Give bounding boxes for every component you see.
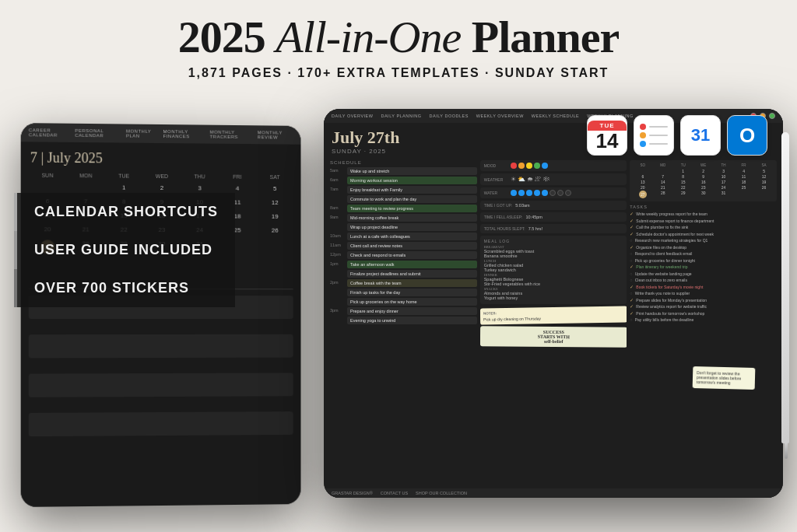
water-drop-1[interactable] [511,190,517,196]
schedule-item-15: 3pm Prepare and enjoy dinner [330,307,477,315]
schedule-label: SCHEDULE [330,160,477,165]
task-item-6: ○ Respond to client feedback email [630,251,777,257]
reminder-dot-blue [640,141,646,147]
left-nav-monthly[interactable]: MONTHLY PLAN [126,129,157,138]
mood-dot-2[interactable] [518,163,525,169]
task-text-14: Review analytics report for website traf… [636,304,707,310]
sleep-total-label: TOTAL HOURS SLEPT: [484,226,525,231]
left-nav-trackers[interactable]: MONTHLY TRACKERS [209,130,251,139]
gcal-label: 31 [691,125,710,145]
mood-dot-3[interactable] [526,163,532,169]
task-check-8: ✓ [630,264,634,269]
google-calendar-icon[interactable]: 31 [680,115,721,156]
schedule-item-11: Finalize project deadlines and submit [330,270,477,278]
mood-dot-5[interactable] [542,163,548,169]
schedule-column: SCHEDULE 5am Wake up and stretch 6am Mor… [330,160,477,482]
task-item-8: ✓ Plan itinerary for weekend trip [630,264,777,270]
time-6am: 6am [330,177,344,182]
reminder-line-1 [649,126,668,128]
task-item-3: ✓ Schedule doctor's appointment for next… [630,232,777,237]
water-drop-5[interactable] [542,190,548,196]
sleep-wake-row: TIME I GOT UP: 5:03am [480,201,627,210]
task-check-15: ✓ [630,311,634,316]
water-drop-7[interactable] [557,190,564,196]
time-10am: 10am [330,233,344,238]
right-nav-daily-overview[interactable]: DAILY OVERVIEW [332,114,373,118]
schedule-item-8: 11am Client call and review notes [330,242,477,250]
apple-calendar-icon[interactable]: TUE 14 [587,115,627,156]
time-empty-1 [330,195,344,196]
left-tablet: CAREER CALENDAR PERSONAL CALENDAR MONTHL… [21,123,301,507]
tasks-column: SOMOTUWETHFRSA 12345 6789101112 13141516… [630,160,777,482]
feature-badges: CALENDAR SHORTCUTS USER GUIDE INCLUDED O… [14,193,235,307]
left-nav-personal[interactable]: PERSONAL CALENDAR [75,128,120,138]
right-nav-weekly-overview[interactable]: WEEKLY OVERVIEW [476,114,524,118]
right-nav-daily-planning[interactable]: DAILY PLANNING [381,114,421,118]
mood-dot-4[interactable] [534,163,540,169]
feature-badge-stickers: OVER 700 STICKERS [14,269,235,307]
left-nav-review[interactable]: MONTHLY REVIEW [258,130,293,139]
sleep-total-row: TOTAL HOURS SLEPT: 7.5 hrs! [480,224,627,233]
schedule-item-12: 2pm Coffee break with the team [330,279,477,287]
mood-dot-1[interactable] [511,163,517,169]
task-text-7: Pick up groceries for dinner tonight [635,258,695,264]
task-check-5: ✓ [630,245,634,250]
right-content-grid: SCHEDULE 5am Wake up and stretch 6am Mor… [324,157,783,485]
breakfast-items: Scrambled eggs with toastBanana smoothie [484,249,623,258]
task-check-10: ○ [630,278,632,282]
meals-label: MEAL LOG [484,239,623,243]
time-empty-2 [330,223,344,224]
task-item-0: ✓ Write weekly progress report for the t… [630,212,777,217]
right-tablet: DAILY OVERVIEW DAILY PLANNING DAILY DOOD… [324,109,783,498]
task-item-9: ○ Update the website landing page [630,271,777,277]
mini-calendar: SOMOTUWETHFRSA 12345 6789101112 13141516… [630,160,777,201]
schedule-item-1: 6am Morning workout session [330,177,477,184]
task-check-1: ✓ [630,219,634,223]
feature-badge-calendar-text: CALENDAR SHORTCUTS [34,204,218,219]
right-nav-weekly-schedule[interactable]: WEEKLY SCHEDULE [532,114,579,118]
task-check-6: ○ [630,251,632,256]
outlook-icon[interactable]: O [727,115,767,156]
feature-badge-guide-text: USER GUIDE INCLUDED [34,242,212,257]
water-drop-8[interactable] [565,190,571,196]
task-lunch: Lunch at a cafe with colleagues [347,233,477,240]
snacks-items: Almonds and raisinsYogurt with honey [484,291,623,300]
meals-section: MEAL LOG BREAKFAST Scrambled eggs with t… [480,236,627,304]
task-item-7: ○ Pick up groceries for dinner tonight [630,258,777,264]
task-item-4: ○ Research new marketing strategies for … [630,238,777,243]
notes-sticky-2: SUCCESSSTARTS WITHself-belief [480,326,627,348]
reminders-icon[interactable] [634,115,674,156]
task-text-12: Write thank-you note to supplier [635,291,690,296]
notes-content: Pick up dry cleaning on Thursday [483,314,624,321]
reminder-row-2 [640,132,668,138]
feature-badge-stickers-text: OVER 700 STICKERS [34,280,189,296]
title-italic: All-in-One [276,12,461,62]
left-nav-career[interactable]: CAREER CALENDAR [29,128,68,138]
mini-cal-day-headers: SOMOTUWETHFRSA [633,163,774,167]
task-coffee-team: Coffee break with the team [347,279,477,287]
schedule-item-14: Pick up groceries on the way home [330,298,477,306]
task-workout: Morning workout session [347,177,477,184]
tasks-label: TASKS [630,205,777,209]
sleep-total-value: 7.5 hrs! [528,226,542,231]
left-nav-bar: CAREER CALENDAR PERSONAL CALENDAR MONTHL… [21,123,301,145]
reminder-dot-orange [640,132,646,138]
feature-badge-calendar: CALENDAR SHORTCUTS [14,193,235,231]
task-yoga: Evening yoga to unwind [347,317,477,324]
cal-date: 14 [596,131,619,151]
right-nav-daily-doodles[interactable]: DAILY DOODLES [430,114,469,118]
task-text-10: Clean out inbox to zero emails [635,278,687,283]
time-empty-5 [330,298,344,299]
water-drop-2[interactable] [518,190,525,196]
water-drop-4[interactable] [534,190,540,196]
water-tracker [511,190,571,196]
sticky-note-reminder: Don't forget to review the presentation … [693,366,756,390]
outlook-label: O [739,124,755,148]
water-drop-3[interactable] [526,190,532,196]
water-drop-6[interactable] [549,190,556,196]
task-text-5: Organize files on the desktop [636,245,686,250]
time-1pm: 1pm [330,261,344,266]
task-commute: Commute to work and plan the day [347,195,477,203]
left-nav-finances[interactable]: MONTHLY FINANCES [163,129,203,139]
notes-sticky-1: NOTES: Pick up dry cleaning on Thursday [480,306,627,324]
